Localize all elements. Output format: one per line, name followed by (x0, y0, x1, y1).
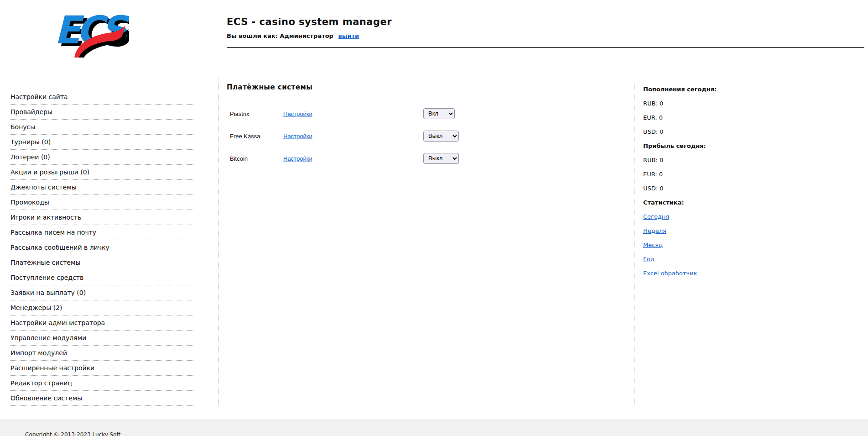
page-header: ECS - casino system manager Вы вошли как… (227, 16, 392, 39)
sidebar-item-site-settings[interactable]: Настройки сайта (10, 89, 195, 105)
sidebar-item-advanced-settings[interactable]: Расширенные настройки (10, 361, 195, 376)
payment-name: Piastrix (230, 110, 249, 117)
sidebar-item-system-update[interactable]: Обновление системы (10, 391, 195, 406)
deposits-usd: USD: 0 (643, 125, 775, 139)
sidebar-item-email-mailing[interactable]: Рассылка писем на почту (10, 225, 195, 240)
deposits-rub: RUB: 0 (643, 96, 775, 110)
deposits-eur: EUR: 0 (643, 110, 775, 125)
stats-link-week[interactable]: Неделя (643, 227, 666, 234)
stats-panel: Пополнения сегодня: RUB: 0 EUR: 0 USD: 0… (643, 82, 775, 280)
stats-link-today[interactable]: Сегодня (643, 213, 669, 220)
sidebar-item-module-management[interactable]: Управление модулями (10, 331, 195, 346)
stats-link-year[interactable]: Год (643, 256, 655, 263)
sidebar-item-payment-systems[interactable]: Платёжные системы (10, 255, 195, 270)
profit-today-heading: Прибыль сегодня: (643, 139, 775, 153)
profit-usd: USD: 0 (643, 181, 775, 195)
logout-link[interactable]: выйти (338, 32, 359, 39)
profit-rub: RUB: 0 (643, 153, 775, 167)
sidebar-item-providers[interactable]: Провайдеры (10, 105, 195, 120)
sidebar-item-admin-settings[interactable]: Настройки администратора (10, 315, 195, 331)
ecs-logo: ECS ECS (52, 7, 129, 58)
sidebar-item-page-editor[interactable]: Редактор страниц (10, 376, 195, 391)
payment-row-freekassa: Free Kassa Настройки Выкл (227, 125, 628, 147)
stats-link-month[interactable]: Месяц (643, 242, 663, 248)
statistics-heading: Статистика: (643, 195, 775, 210)
header-divider (227, 47, 864, 48)
payment-status-select[interactable]: Выкл (423, 131, 459, 142)
payment-name: Bitcoin (230, 155, 248, 162)
sidebar-item-incoming-funds[interactable]: Поступление средств (10, 270, 195, 285)
sidebar-item-jackpots[interactable]: Джекпоты системы (10, 180, 195, 195)
deposits-today-heading: Пополнения сегодня: (643, 82, 775, 96)
sidebar-menu: Настройки сайта Провайдеры Бонусы Турнир… (10, 89, 195, 406)
copyright-text: Copyright © 2013-2023 Lucky Soft (25, 431, 120, 436)
payment-settings-link[interactable]: Настройки (283, 110, 312, 117)
sidebar-item-bonuses[interactable]: Бонусы (10, 120, 195, 135)
login-status-text: Вы вошли как: Администратор (227, 32, 333, 39)
payment-status-select[interactable]: Вкл (423, 108, 455, 119)
profit-eur: EUR: 0 (643, 167, 775, 181)
payment-rows: Piastrix Настройки Вкл Free Kassa Настро… (227, 102, 628, 169)
payment-row-bitcoin: Bitcoin Настройки Выкл (227, 147, 628, 169)
payment-settings-link[interactable]: Настройки (283, 155, 312, 162)
page-title: ECS - casino system manager (227, 16, 392, 27)
sidebar-item-players-activity[interactable]: Игроки и активность (10, 210, 195, 225)
login-status: Вы вошли как: Администратор выйти (227, 32, 392, 39)
main-stats-divider (634, 78, 634, 406)
payment-row-piastrix: Piastrix Настройки Вкл (227, 102, 628, 125)
sidebar-item-lotteries[interactable]: Лотереи (0) (10, 150, 195, 165)
sidebar-item-promocodes[interactable]: Промокоды (10, 195, 195, 210)
panel-title: Платёжные системы (227, 83, 628, 91)
payment-status-select[interactable]: Выкл (423, 153, 459, 164)
payment-systems-panel: Платёжные системы Piastrix Настройки Вкл… (227, 83, 628, 169)
sidebar-item-module-import[interactable]: Импорт модулей (10, 346, 195, 361)
sidebar-item-managers[interactable]: Менеджеры (2) (10, 300, 195, 315)
sidebar-item-pm-mailing[interactable]: Рассылка сообщений в личку (10, 240, 195, 255)
ecs-logo-graphic: ECS ECS (52, 7, 129, 58)
stats-link-excel-processor[interactable]: Excel обработчик (643, 270, 697, 277)
payment-settings-link[interactable]: Настройки (283, 132, 312, 139)
sidebar-main-divider (218, 78, 219, 406)
sidebar-item-payout-requests[interactable]: Заявки на выплату (0) (10, 285, 195, 300)
footer: Copyright © 2013-2023 Lucky Soft (0, 419, 868, 436)
sidebar-item-tournaments[interactable]: Турниры (0) (10, 135, 195, 150)
sidebar-item-promotions[interactable]: Акции и розыгрыши (0) (10, 165, 195, 180)
payment-name: Free Kassa (230, 132, 260, 139)
